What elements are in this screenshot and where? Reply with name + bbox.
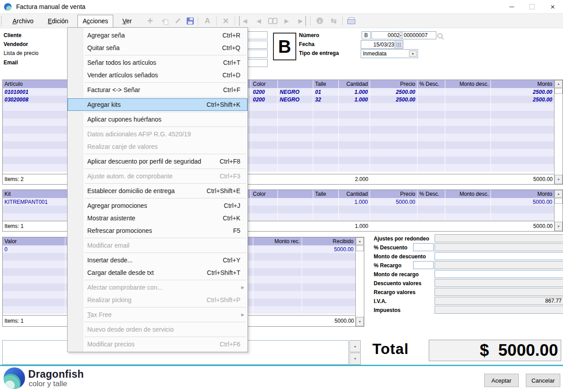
- scroll-thumb[interactable]: [356, 245, 364, 251]
- numero-field[interactable]: 00000007: [402, 31, 436, 39]
- articles-items-count: Items: 2: [3, 175, 70, 183]
- scroll-down-icon[interactable]: ▼: [554, 175, 563, 184]
- scroll-thumb[interactable]: [554, 88, 563, 94]
- menu-item-facturar-se-ar[interactable]: Facturar <-> SeñarCtrl+F: [68, 84, 247, 96]
- refresh-icon[interactable]: [328, 16, 338, 26]
- scroll-up-icon[interactable]: ▲: [554, 190, 563, 198]
- menu-item-aplicar-descuento-por-perfil-de-seguridad[interactable]: Aplicar descuento por perfil de segurida…: [68, 155, 247, 168]
- scroll-up-icon[interactable]: ▲: [356, 237, 364, 245]
- col-talle: Talle: [313, 80, 339, 88]
- articles-scrollbar[interactable]: ▲ ▼: [554, 80, 563, 184]
- vendedor-label: Vendedor: [4, 41, 28, 47]
- info-icon[interactable]: [315, 16, 324, 26]
- menu-item-insertar-desde[interactable]: Insertar desde...Ctrl+Y: [68, 254, 247, 266]
- scroll-up-icon[interactable]: ▲: [554, 80, 563, 88]
- menu-item-mostrar-asistente[interactable]: Mostrar asistenteCtrl+K: [68, 212, 247, 224]
- scroll-thumb[interactable]: [554, 198, 563, 204]
- aceptar-button[interactable]: Aceptar: [484, 374, 519, 387]
- menubar-item-ver[interactable]: Ver: [117, 15, 137, 27]
- close-button[interactable]: ×: [542, 0, 563, 13]
- monto-descuento-input[interactable]: [435, 252, 563, 260]
- menubar-item-acciones[interactable]: Acciones: [77, 15, 114, 27]
- scroll-down-icon[interactable]: ▼: [554, 222, 563, 231]
- menu-item-cargar-detalle-desde-txt[interactable]: Cargar detalle desde txtCtrl+Shift+T: [68, 266, 247, 279]
- prev-icon[interactable]: [254, 16, 264, 26]
- menu-item-refrescar-promociones[interactable]: Refrescar promocionesF5: [68, 224, 247, 237]
- tipo-entrega-combo[interactable]: Inmediata ▼: [361, 49, 418, 58]
- monto-recargo-label: Monto de recargo: [374, 271, 419, 278]
- cell-talle: 01: [313, 88, 339, 96]
- menu-separator: [85, 280, 246, 280]
- serie-field[interactable]: B: [362, 31, 371, 39]
- app-logo-icon: [4, 3, 12, 11]
- menu-item-ajuste-autom-de-comprobante: Ajuste autom. de comprobanteCtrl+F3: [68, 170, 247, 182]
- spin-up-icon[interactable]: ▲: [350, 340, 361, 352]
- footer-divider: [0, 365, 563, 366]
- menu-item-agregar-kits[interactable]: Agregar kitsCtrl+Shift+K: [68, 98, 247, 111]
- cell-precio: 5000.00: [370, 198, 418, 206]
- cell-color-nombre: NEGRO: [278, 96, 313, 103]
- menu-item-realizar-canje-de-valores: Realizar canje de valores: [68, 140, 247, 153]
- menu-item-vender-art-culos-se-ados[interactable]: Vender artículos señadosCtrl+D: [68, 69, 247, 81]
- submenu-arrow-icon: ▶: [241, 312, 244, 317]
- pct-descuento-input[interactable]: [413, 243, 434, 251]
- next-icon[interactable]: [282, 16, 291, 26]
- fecha-field[interactable]: 15/03/23: [361, 40, 396, 49]
- add-doc-icon[interactable]: [159, 16, 169, 26]
- monto-recargo-input[interactable]: [435, 270, 563, 278]
- calendar-icon[interactable]: [395, 40, 403, 49]
- menu-item-aplicar-cupones-hu-rfanos[interactable]: Aplicar cupones huérfanos: [68, 113, 247, 126]
- last-icon[interactable]: [295, 16, 306, 26]
- minimize-button[interactable]: [501, 0, 522, 13]
- valores-total-recibido: 5000.00: [302, 317, 356, 325]
- kits-scrollbar[interactable]: ▲ ▼: [554, 190, 563, 231]
- fecha-label: Fecha: [299, 41, 315, 47]
- menu-item-agregar-se-a[interactable]: Agregar señaCtrl+R: [68, 29, 247, 42]
- col-color-nombre: [278, 80, 313, 88]
- pct-recargo-field: [435, 261, 563, 269]
- col-precio: Precio: [370, 190, 418, 198]
- col-monto-desc: Monto desc.: [445, 190, 491, 198]
- valores-scrollbar[interactable]: ▲ ▼: [355, 237, 364, 326]
- total-amount: $ 5000.00: [429, 340, 561, 361]
- search-comprobante-icon[interactable]: [437, 33, 443, 38]
- maximize-button[interactable]: [522, 0, 542, 13]
- cell-valor-codigo: 0: [3, 245, 65, 253]
- menu-item-quitar-se-a[interactable]: Quitar señaCtrl+Q: [68, 42, 247, 54]
- dragonfish-logo-icon: [4, 367, 25, 389]
- cell-cantidad: 1.000: [339, 96, 370, 103]
- menu-separator: [85, 154, 246, 154]
- cliente-label: Cliente: [4, 32, 21, 38]
- menubar-item-edici-n[interactable]: Edición: [43, 15, 74, 27]
- menu-item-se-ar-todos-los-art-culos[interactable]: Señar todos los artículosCtrl+T: [68, 56, 247, 69]
- print-icon[interactable]: [347, 17, 356, 25]
- cancelar-button[interactable]: Cancelar: [526, 374, 560, 387]
- menu-item-nuevo-desde-orden-de-servicio: Nuevo desde orden de servicio: [68, 323, 247, 336]
- menu-item-establecer-domicilio-de-entrega[interactable]: Establecer domicilio de entregaCtrl+Shif…: [68, 185, 247, 197]
- first-icon[interactable]: [239, 16, 250, 26]
- cell-monto: 5000.00: [491, 198, 554, 206]
- col-monto-desc: Monto desc.: [445, 80, 491, 88]
- spin-down-icon[interactable]: ▼: [350, 353, 361, 365]
- menu-separator: [85, 112, 246, 112]
- scroll-down-icon[interactable]: ▼: [356, 317, 364, 326]
- window-title: Factura manual de venta: [16, 3, 85, 10]
- menubar-item-archivo[interactable]: Archivo: [7, 15, 39, 27]
- actions-menu: Agregar señaCtrl+RQuitar señaCtrl+QSeñar…: [67, 27, 248, 352]
- search-icon[interactable]: [268, 16, 277, 26]
- menu-item-realizar-picking: Realizar pickingCtrl+Shift+P: [68, 294, 247, 306]
- menu-item-agregar-promociones[interactable]: Agregar promocionesCtrl+J: [68, 199, 247, 212]
- comprobante-letter-box: B: [273, 33, 296, 60]
- iva-field: 867.77: [435, 297, 563, 305]
- pct-recargo-input[interactable]: [413, 261, 434, 269]
- font-icon[interactable]: [202, 16, 212, 26]
- edit-icon[interactable]: [173, 16, 183, 26]
- tipo-entrega-dropdown-icon[interactable]: ▼: [409, 51, 417, 57]
- pct-descuento-label: % Descuento: [374, 244, 407, 251]
- menu-separator: [85, 322, 246, 322]
- add-icon[interactable]: [145, 16, 155, 26]
- toolbar-grip: [1, 16, 4, 26]
- delete-icon[interactable]: [221, 16, 230, 26]
- save-icon[interactable]: [187, 17, 194, 25]
- col-cantidad: Cantidad: [339, 80, 370, 88]
